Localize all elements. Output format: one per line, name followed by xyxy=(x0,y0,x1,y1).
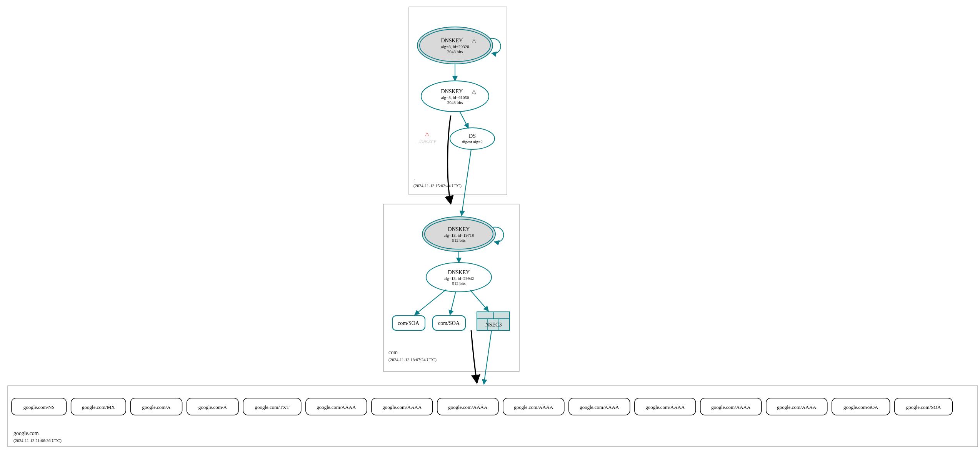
leaf-record[interactable]: google.com/AAAA xyxy=(372,398,433,415)
node-label: NSEC3 xyxy=(485,322,502,328)
leaf-label: google.com/NS xyxy=(23,404,55,410)
edge-root-to-com-black xyxy=(448,116,451,204)
node-sub1: alg=8, id=61050 xyxy=(441,95,469,100)
node-sub2: 2048 bits xyxy=(447,100,463,105)
zone-name-root: . xyxy=(413,176,415,181)
node-com-dnskey-zsk[interactable]: DNSKEY alg=13, id=29942 512 bits xyxy=(426,263,492,292)
leaf-record[interactable]: google.com/A xyxy=(130,398,182,415)
leaf-label: google.com/AAAA xyxy=(448,404,488,410)
zone-timestamp-com: (2024-11-13 18:07:24 UTC) xyxy=(388,357,437,362)
node-sub1: alg=13, id=29942 xyxy=(444,276,474,281)
node-com-dnskey-ksk[interactable]: DNSKEY alg=13, id=19718 512 bits xyxy=(422,217,495,251)
node-label: ./DNSKEY xyxy=(418,139,437,144)
leaf-label: google.com/AAAA xyxy=(580,404,619,410)
leaf-label: google.com/SOA xyxy=(906,404,941,410)
edge-nsec3-to-google-teal xyxy=(484,330,492,384)
leaf-record[interactable]: google.com/A xyxy=(187,398,238,415)
node-sub2: 512 bits xyxy=(452,281,465,286)
leaf-label: google.com/A xyxy=(198,404,227,410)
leaf-record[interactable]: google.com/SOA xyxy=(832,398,890,415)
node-title: DS xyxy=(469,133,476,139)
leaf-record[interactable]: google.com/AAAA xyxy=(306,398,367,415)
leaf-label: google.com/SOA xyxy=(843,404,878,410)
warning-icon: ⚠ xyxy=(472,39,477,44)
node-root-ds[interactable]: DS digest alg=2 xyxy=(450,128,495,149)
leaf-record[interactable]: google.com/AAAA xyxy=(766,398,827,415)
leaf-label: google.com/MX xyxy=(82,404,115,410)
node-title: DNSKEY xyxy=(441,38,463,44)
leaf-record[interactable]: google.com/AAAA xyxy=(569,398,630,415)
zone-name-com: com xyxy=(388,350,398,355)
node-title: DNSKEY xyxy=(448,226,470,232)
edge-com-to-google-black xyxy=(471,330,477,383)
leaf-record[interactable]: google.com/AAAA xyxy=(503,398,564,415)
zone-timestamp-root: (2024-11-13 15:02:44 UTC) xyxy=(413,183,462,188)
node-com-soa-1[interactable]: com/SOA xyxy=(392,316,425,330)
leaf-record[interactable]: google.com/NS xyxy=(12,398,67,415)
node-sub2: 2048 bits xyxy=(447,49,463,54)
node-root-dnskey-zsk[interactable]: DNSKEY ⚠ alg=8, id=61050 2048 bits xyxy=(421,81,489,112)
node-title: DNSKEY xyxy=(448,270,470,275)
node-com-soa-2[interactable]: com/SOA xyxy=(433,316,465,330)
zone-timestamp-google: (2024-11-13 21:06:36 UTC) xyxy=(13,438,62,443)
dnssec-diagram: DNSKEY ⚠ alg=8, id=20326 2048 bits DNSKE… xyxy=(0,0,980,452)
node-label: com/SOA xyxy=(398,320,420,326)
node-title: DNSKEY xyxy=(441,89,463,94)
edge-com-zsk-to-soa1 xyxy=(415,290,446,315)
node-sub1: alg=8, id=20326 xyxy=(441,44,469,49)
leaf-label: google.com/AAAA xyxy=(317,404,356,410)
leaf-record[interactable]: google.com/MX xyxy=(71,398,126,415)
leaf-record[interactable]: google.com/AAAA xyxy=(437,398,498,415)
edge-com-zsk-to-soa2 xyxy=(450,291,456,315)
warning-icon: ⚠ xyxy=(425,132,430,137)
edge-ds-to-com-ksk xyxy=(462,149,471,216)
leaf-label: google.com/AAAA xyxy=(382,404,422,410)
leaf-record[interactable]: google.com/TXT xyxy=(243,398,301,415)
leaf-record[interactable]: google.com/AAAA xyxy=(700,398,762,415)
node-root-dnskey-missing[interactable]: ⚠ ./DNSKEY xyxy=(418,132,437,144)
zone-name-google: google.com xyxy=(13,430,39,436)
leaf-label: google.com/AAAA xyxy=(711,404,751,410)
edge-com-zsk-to-nsec3 xyxy=(470,290,488,311)
node-sub1: alg=13, id=19718 xyxy=(444,233,474,238)
node-sub1: digest alg=2 xyxy=(462,139,483,144)
node-nsec3[interactable]: NSEC3 xyxy=(477,312,510,330)
edge-root-zsk-to-ds xyxy=(460,111,468,128)
node-root-dnskey-ksk[interactable]: DNSKEY ⚠ alg=8, id=20326 2048 bits xyxy=(417,27,493,64)
warning-icon: ⚠ xyxy=(472,89,477,95)
zone-box-google xyxy=(8,386,978,447)
leaf-label: google.com/AAAA xyxy=(777,404,817,410)
leaf-label: google.com/AAAA xyxy=(645,404,685,410)
svg-text:DNSKEY: DNSKEY xyxy=(441,38,463,44)
leaf-label: google.com/AAAA xyxy=(514,404,553,410)
node-label: com/SOA xyxy=(438,320,460,326)
node-sub2: 512 bits xyxy=(452,238,465,243)
leaf-label: google.com/TXT xyxy=(255,404,289,410)
svg-text:DNSKEY: DNSKEY xyxy=(441,89,463,94)
leaf-record[interactable]: google.com/SOA xyxy=(895,398,953,415)
leaf-record[interactable]: google.com/AAAA xyxy=(635,398,696,415)
leaf-label: google.com/A xyxy=(142,404,171,410)
